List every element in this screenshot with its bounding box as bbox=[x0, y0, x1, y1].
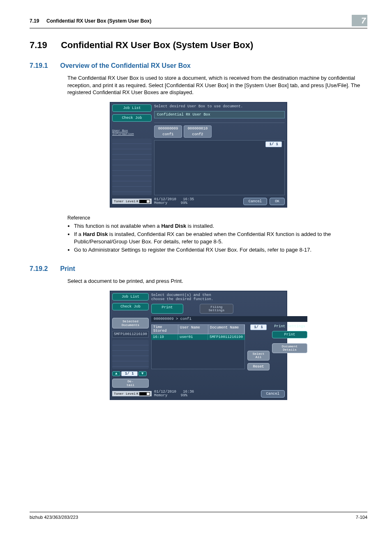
reference-item: Go to Administrator Settings to register… bbox=[74, 246, 367, 254]
print-settings-label: Print Settings bbox=[272, 324, 307, 328]
page-indicator: 1/ 1 bbox=[250, 324, 267, 330]
filing-settings-tab[interactable]: Filing Settings bbox=[200, 304, 233, 314]
heading-text: Print bbox=[60, 265, 75, 272]
job-list-button[interactable]: Job List bbox=[112, 293, 149, 301]
toner-bar-icon bbox=[139, 392, 150, 395]
print-tab[interactable]: Print bbox=[151, 304, 183, 314]
cancel-button[interactable]: Cancel bbox=[243, 198, 267, 205]
check-job-button[interactable]: Check Job bbox=[112, 114, 152, 122]
print-button[interactable]: Print bbox=[272, 331, 307, 338]
heading-number: 7.19 bbox=[30, 40, 58, 51]
toner-level: Toner Level K bbox=[112, 199, 152, 204]
header-title: Confidential RX User Box (System User Bo… bbox=[46, 18, 151, 24]
footer-model: bizhub 423/363/283/223 bbox=[30, 515, 78, 520]
heading-text: Confidential RX User Box (System User Bo… bbox=[61, 40, 253, 50]
panel-title: Confidential RX User Box bbox=[154, 111, 285, 118]
userbox-tab-2-id[interactable]: 000000010 bbox=[184, 125, 212, 132]
chapter-badge: 7 bbox=[352, 15, 367, 26]
cell-time: 16:19 bbox=[151, 334, 178, 340]
cell-doc: SMFP10011216190 bbox=[208, 334, 245, 340]
col-time[interactable]: Time Stored bbox=[152, 325, 178, 334]
sidebar-spacer bbox=[112, 340, 149, 369]
arrow-down-icon[interactable]: ▼ bbox=[138, 371, 147, 376]
userbox-tab-1-name[interactable]: conf1 bbox=[154, 132, 182, 138]
userbox-grid: 1/ 1 bbox=[154, 140, 285, 195]
arrow-up-icon[interactable]: ▲ bbox=[112, 371, 120, 376]
document-details-button[interactable]: Document Details bbox=[272, 343, 307, 353]
reference-item: This function is not available when a Ha… bbox=[74, 222, 367, 230]
status-datetime: 01/12/2010 16:35 Memory 99% bbox=[154, 198, 194, 205]
heading-number: 7.19.1 bbox=[30, 62, 58, 69]
selected-doc-item: SMFP10011216190 bbox=[112, 331, 149, 338]
table-row[interactable]: 16:19 user01 SMFP10011216190 bbox=[151, 334, 245, 340]
section-7-19-heading: 7.19 Confidential RX User Box (System Us… bbox=[30, 40, 367, 51]
sidebar-spacer bbox=[112, 139, 152, 195]
ok-button[interactable]: OK bbox=[270, 198, 285, 205]
col-document[interactable]: Document Name bbox=[208, 325, 244, 334]
chapter-number: 7 bbox=[361, 16, 366, 25]
userbox-tab-1-id[interactable]: 000000009 bbox=[154, 125, 182, 132]
toner-level: Toner Level K bbox=[112, 391, 152, 396]
prompt-text: Select document(s) and then choose the d… bbox=[151, 293, 307, 301]
overview-paragraph: The Confidential RX User Box is used to … bbox=[67, 74, 367, 96]
sidebar-paginator: ▲ 1/ 1 ▼ bbox=[112, 371, 149, 376]
userbox-tab-2-name[interactable]: conf2 bbox=[184, 132, 212, 138]
reference-list: This function is not available when a Ha… bbox=[74, 222, 367, 254]
reference-item: If a Hard Disk is installed, Confidentia… bbox=[74, 231, 367, 245]
page-indicator: 1/ 1 bbox=[265, 141, 282, 147]
cancel-button[interactable]: Cancel bbox=[261, 390, 285, 398]
doc-table-header: Time Stored User Name Document Name bbox=[151, 324, 245, 334]
running-header: 7.19 Confidential RX User Box (System Us… bbox=[30, 15, 367, 28]
cell-user: user01 bbox=[178, 334, 208, 340]
toner-bar-icon bbox=[139, 200, 150, 203]
header-section-number: 7.19 bbox=[30, 18, 39, 24]
select-all-button[interactable]: Select All bbox=[247, 351, 270, 361]
reference-label: Reference bbox=[67, 215, 367, 221]
selected-documents-header: Selected Documents bbox=[112, 318, 149, 328]
nav-page-indicator: 1/ 1 bbox=[121, 371, 138, 376]
footer-page: 7-104 bbox=[356, 515, 367, 520]
col-user[interactable]: User Name bbox=[178, 325, 208, 334]
status-datetime: 01/12/2010 16:36 Memory 99% bbox=[154, 390, 194, 398]
reset-button[interactable]: Reset bbox=[247, 363, 270, 370]
heading-text: Overview of the Confidential RX User Box bbox=[60, 62, 190, 69]
heading-number: 7.19.2 bbox=[30, 265, 58, 273]
page-footer: bizhub 423/363/283/223 7-104 bbox=[30, 512, 367, 520]
userbox-info-label: User Box Information bbox=[112, 129, 152, 136]
print-paragraph: Select a document to be printed, and pre… bbox=[67, 278, 367, 285]
check-job-button[interactable]: Check Job bbox=[112, 303, 149, 310]
job-list-button[interactable]: Job List bbox=[112, 104, 152, 112]
breadcrumb: 000000009 > conf1 bbox=[151, 316, 307, 322]
detail-button[interactable]: De- tail bbox=[112, 379, 149, 388]
screenshot-print-panel: Job List Check Job Selected Documents SM… bbox=[110, 291, 287, 400]
prompt-text: Select desired User Box to use document. bbox=[154, 104, 285, 109]
screenshot-userbox-list: Job List Check Job User Box Information … bbox=[110, 102, 287, 208]
section-7-19-1-heading: 7.19.1 Overview of the Confidential RX U… bbox=[30, 62, 367, 69]
section-7-19-2-heading: 7.19.2 Print bbox=[30, 265, 367, 273]
